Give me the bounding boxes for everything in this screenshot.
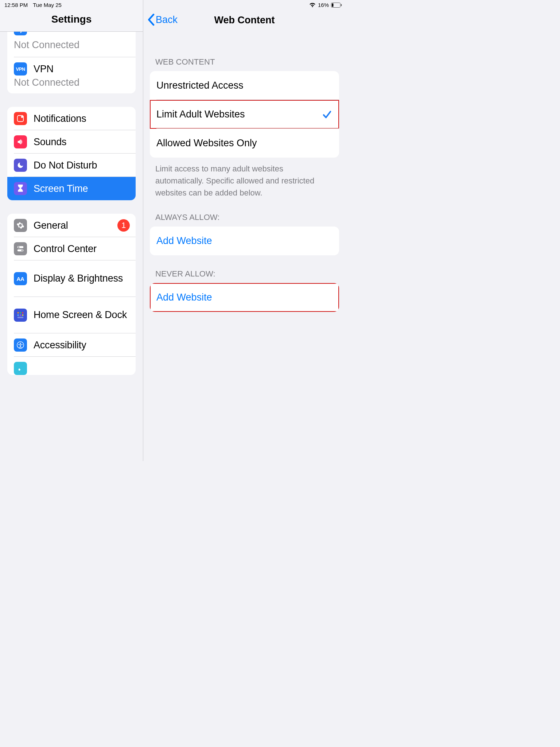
add-website-never[interactable]: Add Website: [150, 283, 339, 312]
sidebar-item-status: Not Connected: [14, 77, 130, 88]
sidebar-item-label: VPN: [34, 63, 54, 75]
sidebar-item-control-center[interactable]: Control Center: [7, 237, 136, 260]
sounds-icon: [14, 135, 27, 148]
svg-rect-12: [18, 314, 19, 316]
sidebar-item-label: Notifications: [34, 113, 86, 124]
sidebar-item-dnd[interactable]: Do Not Disturb: [7, 154, 136, 177]
moon-icon: [14, 159, 27, 172]
option-label: Limit Adult Websites: [156, 109, 245, 120]
chevron-left-icon: [147, 13, 155, 26]
sidebar-item-notifications[interactable]: Notifications: [7, 107, 136, 130]
sidebar-item-vpn[interactable]: VPN VPN Not Connected: [7, 57, 136, 93]
section-header-webcontent: WEB CONTENT: [150, 32, 339, 71]
hourglass-icon: [14, 182, 27, 195]
add-website-label: Add Website: [156, 235, 212, 247]
add-website-label: Add Website: [156, 292, 212, 303]
sidebar-group-connectivity: Bluetooth Not Connected VPN VPN Not Conn…: [7, 32, 136, 93]
settings-title: Settings: [51, 13, 92, 25]
svg-rect-15: [18, 317, 24, 318]
sidebar-item-label: Home Screen & Dock: [34, 309, 127, 320]
always-allow-group: Add Website: [150, 227, 339, 255]
detail-pane: Back Web Content WEB CONTENT Unrestricte…: [143, 0, 346, 461]
svg-rect-9: [18, 312, 19, 314]
vpn-icon: VPN: [14, 62, 27, 76]
wifi-icon: [309, 3, 316, 8]
sidebar-item-label: Display & Brightness: [34, 273, 123, 284]
sidebar-item-status: Not Connected: [14, 39, 130, 51]
sidebar-item-general[interactable]: General 1: [7, 214, 136, 237]
svg-point-17: [20, 343, 21, 344]
notifications-icon: [14, 112, 27, 125]
section-header-never-allow: NEVER ALLOW:: [150, 255, 339, 283]
svg-rect-2: [341, 4, 342, 6]
svg-rect-1: [332, 3, 333, 7]
checkmark-icon: [322, 109, 332, 120]
sidebar-item-screentime[interactable]: Screen Time: [7, 177, 136, 200]
never-allow-group: Add Website: [150, 283, 339, 312]
back-label: Back: [156, 14, 178, 26]
sidebar-item-next[interactable]: [7, 357, 136, 375]
gear-icon: [14, 219, 27, 232]
sidebar-item-label: Do Not Disturb: [34, 160, 97, 171]
sidebar-item-label: Control Center: [34, 243, 97, 255]
svg-point-8: [22, 250, 23, 251]
sidebar-item-bluetooth[interactable]: Bluetooth Not Connected: [7, 32, 136, 57]
svg-rect-11: [22, 312, 24, 314]
sidebar-group-notifications: Notifications Sounds Do Not Disturb: [7, 107, 136, 200]
sidebar-item-label: General: [34, 220, 68, 231]
svg-point-6: [18, 246, 19, 248]
sidebar-item-display[interactable]: AA Display & Brightness: [7, 260, 136, 297]
svg-rect-14: [22, 314, 24, 316]
battery-icon: [331, 3, 342, 8]
settings-sidebar: Settings Bluetooth Not Connected VPN VPN…: [0, 0, 143, 461]
accessibility-icon: [14, 338, 27, 352]
sidebar-group-general: General 1 Control Center AA Display & Br…: [7, 214, 136, 375]
option-label: Unrestricted Access: [156, 80, 244, 91]
status-date: Tue May 25: [33, 2, 62, 8]
sidebar-item-label: Sounds: [34, 136, 66, 148]
status-battery-percent: 16%: [318, 2, 329, 8]
textsize-icon: AA: [14, 272, 27, 285]
apps-grid-icon: [14, 309, 27, 322]
svg-rect-10: [20, 312, 21, 314]
svg-rect-13: [20, 314, 21, 316]
paintbrush-icon: [14, 362, 27, 375]
sidebar-item-home[interactable]: Home Screen & Dock: [7, 297, 136, 333]
option-limit-adult[interactable]: Limit Adult Websites: [150, 100, 339, 129]
toggles-icon: [14, 242, 27, 255]
sidebar-item-sounds[interactable]: Sounds: [7, 130, 136, 154]
svg-point-4: [21, 116, 23, 118]
sidebar-item-label: Accessibility: [34, 340, 86, 351]
status-time: 12:58 PM: [4, 2, 28, 8]
bluetooth-icon: [14, 32, 27, 35]
add-website-always[interactable]: Add Website: [150, 227, 339, 255]
web-content-options: Unrestricted Access Limit Adult Websites…: [150, 71, 339, 158]
notification-badge: 1: [117, 219, 130, 232]
section-header-always-allow: ALWAYS ALLOW:: [150, 199, 339, 227]
status-bar: 12:58 PM Tue May 25 16%: [0, 0, 346, 8]
sidebar-item-label: Screen Time: [34, 183, 88, 194]
option-unrestricted[interactable]: Unrestricted Access: [150, 71, 339, 100]
sidebar-item-accessibility[interactable]: Accessibility: [7, 333, 136, 357]
option-allowed-only[interactable]: Allowed Websites Only: [150, 129, 339, 158]
section-footer: Limit access to many adult websites auto…: [150, 158, 339, 199]
option-label: Allowed Websites Only: [156, 138, 257, 149]
back-button[interactable]: Back: [147, 13, 178, 26]
